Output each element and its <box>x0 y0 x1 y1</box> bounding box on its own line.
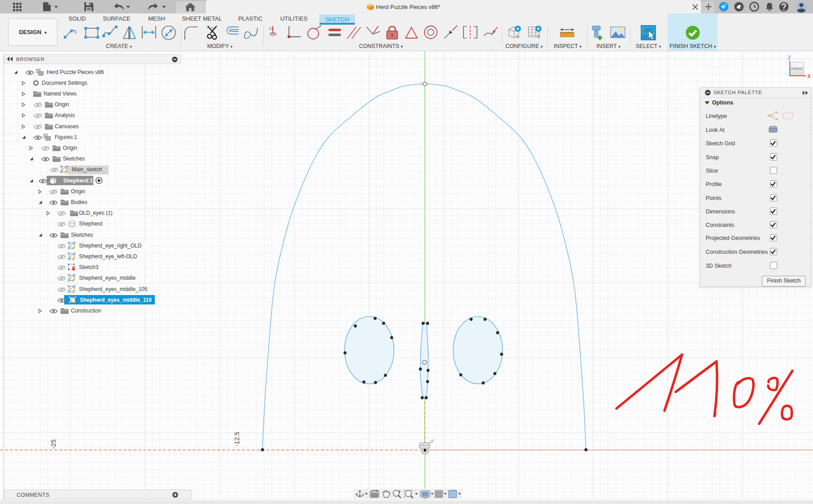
svg-text:-25: -25 <box>50 439 57 449</box>
svg-text:Z: Z <box>788 55 791 60</box>
svg-text:X: X <box>808 74 811 79</box>
svg-text:-12.5: -12.5 <box>233 432 240 447</box>
